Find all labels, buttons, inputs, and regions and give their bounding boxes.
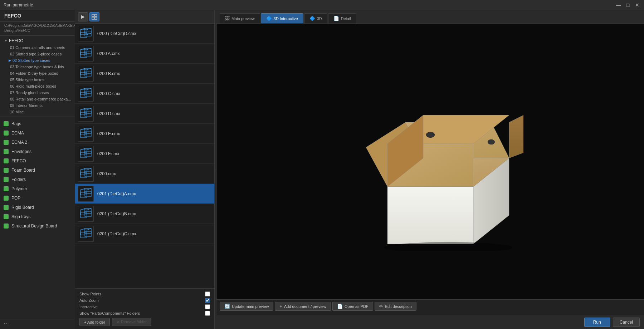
tree-item-3[interactable]: 03 Telescope type boxes & lids	[0, 64, 75, 70]
tree-item-8[interactable]: 08 Retail and e-commerce packa...	[0, 96, 75, 102]
file-item-8[interactable]: 0201 (DieCut)A.cmx	[75, 184, 214, 204]
file-item-2[interactable]: 0200 B.cmx	[75, 64, 214, 84]
category-polymer[interactable]: Polymer	[0, 184, 75, 193]
show-points-checkbox[interactable]	[205, 291, 210, 296]
preview-canvas	[217, 24, 644, 299]
run-button[interactable]: Run	[584, 318, 610, 327]
svg-line-70	[87, 229, 91, 230]
edit-description-button[interactable]: ✏ Edit description	[375, 302, 416, 311]
close-button[interactable]: ✕	[633, 1, 641, 9]
file-item-1[interactable]: 0200 A.cmx	[75, 44, 214, 64]
tree-item-7[interactable]: 07 Ready glued cases	[0, 89, 75, 96]
tree-item-4[interactable]: 04 Folder & tray type boxes	[0, 70, 75, 77]
show-parts-checkbox[interactable]	[205, 311, 210, 316]
category-folders[interactable]: Folders	[0, 175, 75, 184]
svg-line-10	[87, 33, 91, 35]
tree-root-fefco[interactable]: ▼ FEFCO	[0, 37, 75, 44]
file-item-10[interactable]: 0201 (DieCut)C.cmx	[75, 224, 214, 244]
tree-item-6[interactable]: 06 Rigid multi-piece boxes	[0, 83, 75, 89]
play-button[interactable]: ▶	[78, 12, 88, 21]
pdf-icon: 📄	[337, 304, 343, 309]
titlebar-controls: — □ ✕	[615, 0, 641, 10]
file-item-4[interactable]: 0200 D.cmx	[75, 104, 214, 124]
tab-detail-label: Detail	[341, 16, 351, 21]
tree-root-label: FEFCO	[9, 38, 24, 43]
file-item-0[interactable]: 0200 (DieCut)D.cmx	[75, 24, 214, 44]
file-thumb-9	[78, 206, 94, 222]
auto-zoom-row: Auto Zoom	[79, 298, 210, 303]
tree-item-2[interactable]: ▶ 02 Slotted type cases	[0, 57, 75, 64]
tree-expand-arrow: ▼	[4, 39, 8, 43]
file-item-7[interactable]: 0200.cmx	[75, 164, 214, 184]
category-fefco[interactable]: FEFCO	[0, 156, 75, 166]
file-name-7: 0200.cmx	[97, 171, 116, 176]
svg-line-28	[87, 88, 91, 90]
tab-3d-interactive[interactable]: 🔷 3D Interactive	[261, 13, 303, 23]
interactive-checkbox[interactable]	[205, 304, 210, 309]
preview-actions: 🔄 Update main preview + Add document / p…	[217, 300, 644, 313]
category-icon-polymer	[4, 186, 9, 191]
more-options-button[interactable]: ···	[4, 320, 10, 326]
preview-panel: 🖼 Main preview 🔷 3D Interactive 🔷 3D 📄 D…	[217, 10, 644, 329]
category-rigid-board[interactable]: Rigid Board	[0, 203, 75, 212]
titlebar-title: Run parametric	[4, 3, 33, 8]
add-folder-button[interactable]: + Add folder	[79, 318, 110, 326]
category-ecma[interactable]: ECMA	[0, 128, 75, 138]
svg-rect-56	[85, 191, 91, 196]
category-bags[interactable]: Bags	[0, 119, 75, 128]
maximize-button[interactable]: □	[624, 1, 632, 9]
minimize-button[interactable]: —	[615, 1, 623, 9]
edit-icon: ✏	[379, 304, 383, 309]
svg-line-45	[80, 148, 85, 150]
tab-3d[interactable]: 🔷 3D	[304, 13, 327, 23]
tree-item-0[interactable]: 01 Commercial rolls and sheets	[0, 44, 75, 51]
file-item-9[interactable]: 0201 (DieCut)B.cmx	[75, 204, 214, 224]
category-label-bags: Bags	[11, 121, 21, 126]
file-item-6[interactable]: 0200 F.cmx	[75, 144, 214, 164]
file-thumb-4	[78, 106, 94, 122]
svg-rect-0	[92, 14, 94, 16]
tree-item-10[interactable]: 10 Misc	[0, 109, 75, 115]
add-document-button[interactable]: + Add document / preview	[275, 302, 331, 311]
tree-item-5[interactable]: 05 Slide type boxes	[0, 77, 75, 83]
svg-line-16	[87, 48, 91, 50]
file-item-5[interactable]: 0200 E.cmx	[75, 124, 214, 144]
file-name-6: 0200 F.cmx	[97, 151, 119, 156]
svg-point-82	[488, 139, 495, 144]
category-foam-board[interactable]: Foam Board	[0, 166, 75, 175]
tree-item-label-7: 07 Ready glued cases	[10, 90, 49, 95]
tree-item-1[interactable]: 02 Slotted type 2-piece cases	[0, 51, 75, 57]
file-name-10: 0201 (DieCut)C.cmx	[97, 231, 136, 236]
show-parts-row: Show "Parts/Components" Folders	[79, 311, 210, 316]
auto-zoom-checkbox[interactable]	[205, 298, 210, 303]
svg-rect-1	[95, 14, 97, 16]
svg-line-64	[87, 208, 91, 210]
svg-line-46	[87, 148, 91, 150]
tree-item-9[interactable]: 09 Interior fitments	[0, 102, 75, 109]
grid-view-button[interactable]	[89, 12, 99, 21]
remove-folder-button[interactable]: ✕ Remove folder	[112, 318, 151, 326]
category-ecma2[interactable]: ECMA 2	[0, 138, 75, 147]
category-pop[interactable]: POP	[0, 193, 75, 203]
category-sign-trays[interactable]: Sign trays	[0, 212, 75, 221]
open-pdf-button[interactable]: 📄 Open as PDF	[332, 302, 373, 311]
category-icon-structural	[4, 224, 9, 229]
category-label-rigid-board: Rigid Board	[11, 205, 34, 210]
app-path: C:\ProgramData\AGCAD\12.2\KASEMAKE\Param…	[0, 22, 75, 36]
tree-item-label-10: 10 Misc	[10, 110, 24, 114]
category-icon-pop	[4, 196, 9, 201]
tab-main-preview[interactable]: 🖼 Main preview	[220, 13, 260, 23]
tab-detail[interactable]: 📄 Detail	[328, 13, 356, 23]
main-preview-icon: 🖼	[225, 16, 230, 21]
file-item-3[interactable]: 0200 C.cmx	[75, 84, 214, 104]
file-name-1: 0200 A.cmx	[97, 51, 120, 56]
cancel-button[interactable]: Cancel	[613, 318, 640, 327]
file-thumb-0	[78, 26, 94, 41]
svg-line-21	[80, 68, 85, 70]
svg-rect-23	[80, 90, 87, 95]
category-icon-envelopes	[4, 149, 9, 154]
category-envelopes[interactable]: Envelopes	[0, 147, 75, 156]
svg-rect-65	[80, 230, 87, 235]
update-preview-button[interactable]: 🔄 Update main preview	[220, 302, 273, 311]
category-structural[interactable]: Structural Design Board	[0, 221, 75, 231]
